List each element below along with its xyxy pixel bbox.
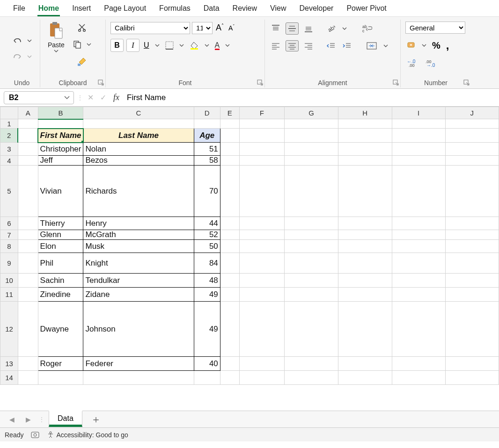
cell-H5[interactable] xyxy=(338,166,392,217)
row-header-3[interactable]: 3 xyxy=(0,143,18,156)
row-header-11[interactable]: 11 xyxy=(0,288,18,302)
cell-D12[interactable]: 49 xyxy=(194,302,220,357)
cell-B8[interactable]: Elon xyxy=(38,240,83,253)
tab-review[interactable]: Review xyxy=(226,1,264,16)
cell-F10[interactable] xyxy=(239,274,284,288)
row-header-2[interactable]: 2 xyxy=(0,129,18,143)
cell-E3[interactable] xyxy=(220,143,239,156)
row-header-7[interactable]: 7 xyxy=(0,230,18,240)
cell-H3[interactable] xyxy=(338,143,392,156)
name-box-input[interactable] xyxy=(8,93,45,102)
cell-B5[interactable]: Vivian xyxy=(38,166,83,217)
cell-B2[interactable]: First Name xyxy=(38,129,83,143)
cell-C13[interactable]: Federer xyxy=(83,357,194,371)
cell-B1[interactable] xyxy=(38,119,83,129)
cell-J6[interactable] xyxy=(445,217,499,230)
cell-H10[interactable] xyxy=(338,274,392,288)
cell-F6[interactable] xyxy=(239,217,284,230)
cell-C9[interactable]: Knight xyxy=(83,253,194,274)
number-format-combo[interactable]: General xyxy=(405,22,465,34)
increase-indent-button[interactable] xyxy=(341,41,353,51)
tab-developer[interactable]: Developer xyxy=(293,1,340,16)
cell-C7[interactable]: McGrath xyxy=(83,230,194,240)
cell-E8[interactable] xyxy=(220,240,239,253)
cell-A11[interactable] xyxy=(18,288,38,302)
cell-C4[interactable]: Bezos xyxy=(83,156,194,166)
number-launcher[interactable] xyxy=(463,79,470,86)
tab-page-layout[interactable]: Page Layout xyxy=(97,1,153,16)
cell-I5[interactable] xyxy=(392,166,445,217)
cell-F11[interactable] xyxy=(239,288,284,302)
tab-data[interactable]: Data xyxy=(197,1,226,16)
cell-F4[interactable] xyxy=(239,156,284,166)
align-right-button[interactable] xyxy=(302,41,315,51)
redo-button[interactable] xyxy=(11,51,24,62)
row-header-9[interactable]: 9 xyxy=(0,253,18,274)
wrap-text-button[interactable]: abc xyxy=(360,22,374,35)
borders-button[interactable] xyxy=(164,40,175,51)
tab-formulas[interactable]: Formulas xyxy=(153,1,197,16)
cell-B4[interactable]: Jeff xyxy=(38,156,83,166)
cell-H6[interactable] xyxy=(338,217,392,230)
underline-dropdown[interactable] xyxy=(154,43,161,48)
cell-G12[interactable] xyxy=(285,302,338,357)
row-header-14[interactable]: 14 xyxy=(0,371,18,385)
cell-B12[interactable]: Dwayne xyxy=(38,302,83,357)
cell-J13[interactable] xyxy=(445,357,499,371)
cell-D6[interactable]: 44 xyxy=(194,217,220,230)
align-middle-button[interactable] xyxy=(286,22,299,35)
formula-input[interactable] xyxy=(124,91,495,104)
cell-H2[interactable] xyxy=(338,129,392,143)
cell-F7[interactable] xyxy=(239,230,284,240)
cell-B6[interactable]: Thierry xyxy=(38,217,83,230)
cell-I8[interactable] xyxy=(392,240,445,253)
cell-D5[interactable]: 70 xyxy=(194,166,220,217)
paste-button[interactable]: Paste xyxy=(45,20,67,54)
cell-G4[interactable] xyxy=(285,156,338,166)
align-bottom-button[interactable] xyxy=(302,23,315,34)
cell-J1[interactable] xyxy=(445,119,499,129)
cell-E11[interactable] xyxy=(220,288,239,302)
cell-H7[interactable] xyxy=(338,230,392,240)
cell-H8[interactable] xyxy=(338,240,392,253)
cell-J7[interactable] xyxy=(445,230,499,240)
cell-A7[interactable] xyxy=(18,230,38,240)
cell-J12[interactable] xyxy=(445,302,499,357)
cell-F9[interactable] xyxy=(239,253,284,274)
redo-dropdown[interactable] xyxy=(26,54,33,59)
italic-button[interactable]: I xyxy=(126,39,139,52)
cell-G11[interactable] xyxy=(285,288,338,302)
cell-D9[interactable]: 84 xyxy=(194,253,220,274)
cell-I7[interactable] xyxy=(392,230,445,240)
cell-E10[interactable] xyxy=(220,274,239,288)
decrease-indent-button[interactable] xyxy=(325,41,337,51)
col-header-C[interactable]: C xyxy=(83,107,194,119)
increase-font-button[interactable]: A˄ xyxy=(214,22,225,34)
orientation-button[interactable]: ab xyxy=(325,22,337,35)
cell-A5[interactable] xyxy=(18,166,38,217)
cell-A14[interactable] xyxy=(18,371,38,385)
align-left-button[interactable] xyxy=(270,41,282,51)
cell-J10[interactable] xyxy=(445,274,499,288)
cell-E1[interactable] xyxy=(220,119,239,129)
cell-A6[interactable] xyxy=(18,217,38,230)
col-header-I[interactable]: I xyxy=(392,107,445,119)
cell-B11[interactable]: Zinedine xyxy=(38,288,83,302)
cell-A13[interactable] xyxy=(18,357,38,371)
font-color-dropdown[interactable] xyxy=(224,43,231,48)
accounting-dropdown[interactable] xyxy=(420,43,428,48)
merge-dropdown[interactable] xyxy=(382,43,389,49)
cell-A9[interactable] xyxy=(18,253,38,274)
cell-G2[interactable] xyxy=(285,129,338,143)
cell-D8[interactable]: 50 xyxy=(194,240,220,253)
cell-J5[interactable] xyxy=(445,166,499,217)
cell-E5[interactable] xyxy=(220,166,239,217)
alignment-launcher[interactable] xyxy=(393,79,399,86)
cell-A1[interactable] xyxy=(18,119,38,129)
cell-G13[interactable] xyxy=(285,357,338,371)
col-header-A[interactable]: A xyxy=(18,107,38,119)
cell-B13[interactable]: Roger xyxy=(38,357,83,371)
cell-G3[interactable] xyxy=(285,143,338,156)
row-header-5[interactable]: 5 xyxy=(0,166,18,217)
col-header-J[interactable]: J xyxy=(445,107,499,119)
